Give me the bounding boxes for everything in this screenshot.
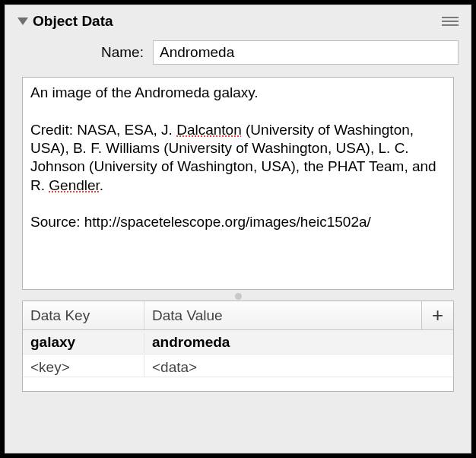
column-header-key[interactable]: Data Key	[23, 301, 144, 329]
menu-icon[interactable]	[442, 15, 459, 27]
spellcheck-word: Gendler	[49, 177, 100, 193]
name-row: Name:	[17, 40, 459, 65]
table-body: galaxy andromeda <key> <data>	[23, 330, 453, 391]
spellcheck-word: Dalcanton	[176, 122, 242, 138]
cell-value[interactable]: andromeda	[144, 332, 453, 352]
disclosure-triangle-icon[interactable]	[17, 17, 28, 25]
description-textarea[interactable]: An image of the Andromeda galaxy. Credit…	[22, 77, 454, 290]
credit-end: .	[100, 177, 103, 193]
panel-header: Object Data	[17, 13, 459, 30]
panel-title-wrap[interactable]: Object Data	[17, 13, 113, 30]
data-table: Data Key Data Value + galaxy andromeda <…	[22, 301, 454, 392]
panel-title: Object Data	[33, 13, 113, 30]
desc-line1: An image of the Andromeda galaxy.	[30, 84, 259, 100]
name-label: Name:	[101, 44, 144, 61]
name-input[interactable]	[153, 40, 459, 65]
table-row-placeholder[interactable]: <key> <data>	[23, 355, 453, 377]
object-data-panel: Object Data Name: An image of the Androm…	[5, 5, 471, 453]
add-row-button[interactable]: +	[421, 301, 453, 329]
plus-icon: +	[432, 304, 443, 327]
cell-key-placeholder[interactable]: <key>	[23, 355, 144, 377]
handle-dot-icon	[235, 293, 242, 300]
source-line: Source: http://spacetelescope.org/images…	[30, 214, 371, 230]
cell-value-placeholder[interactable]: <data>	[144, 355, 453, 377]
credit-prefix: Credit: NASA, ESA, J.	[30, 122, 176, 138]
resize-handle[interactable]	[17, 291, 459, 301]
column-header-value[interactable]: Data Value	[144, 301, 421, 329]
table-row[interactable]: galaxy andromeda	[23, 330, 453, 355]
table-header-row: Data Key Data Value +	[23, 301, 453, 330]
cell-key[interactable]: galaxy	[23, 332, 144, 352]
